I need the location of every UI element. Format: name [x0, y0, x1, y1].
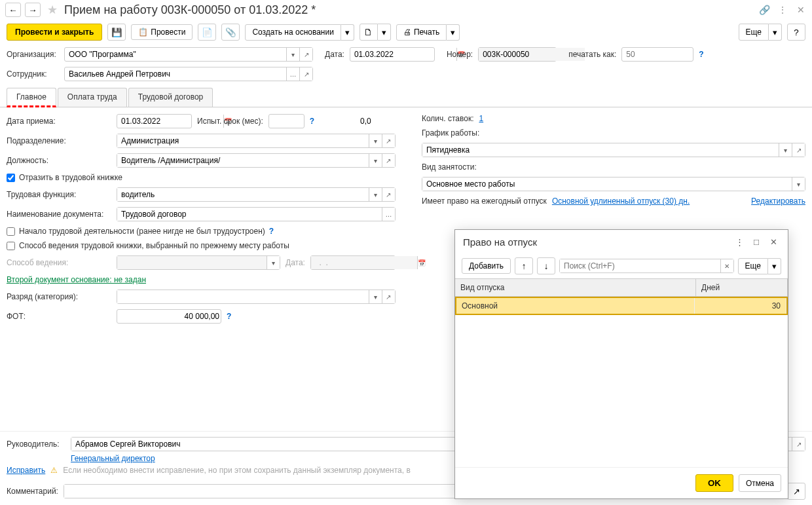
print-as-input[interactable] [622, 48, 728, 61]
start-activity-checkbox[interactable] [7, 227, 15, 236]
post-and-close-button[interactable]: Провести и закрыть [7, 24, 102, 41]
menu-icon[interactable]: ⋮ [777, 4, 788, 16]
save-button[interactable]: 💾 [107, 24, 126, 41]
close-icon[interactable]: ✕ [795, 4, 807, 16]
tab-payment[interactable]: Оплата труда [58, 88, 127, 107]
department-dropdown-btn[interactable]: ▾ [369, 134, 382, 147]
schedule-input[interactable] [422, 143, 779, 157]
col-type-header[interactable]: Вид отпуска [455, 279, 696, 296]
dialog-maximize-icon[interactable]: □ [750, 235, 763, 248]
grade-dropdown-btn[interactable]: ▾ [369, 290, 382, 303]
position-open-btn[interactable]: ↗ [382, 154, 395, 167]
org-dropdown-btn[interactable]: ▾ [286, 48, 299, 61]
fix-link[interactable]: Исправить [7, 466, 45, 475]
position-dropdown-btn[interactable]: ▾ [369, 154, 382, 167]
document-action-dropdown[interactable]: ▾ [378, 24, 391, 41]
department-input[interactable] [117, 134, 369, 147]
create-based-button[interactable]: Создать на основании [245, 24, 341, 41]
more-dropdown[interactable]: ▾ [769, 24, 782, 41]
print-as-help[interactable]: ? [699, 50, 703, 59]
expand-button[interactable]: ↗ [787, 483, 805, 500]
labor-function-open-btn[interactable]: ↗ [382, 188, 395, 201]
employee-input[interactable] [65, 67, 286, 81]
labor-function-input[interactable] [117, 188, 369, 201]
create-based-dropdown[interactable]: ▾ [341, 24, 354, 41]
print-dropdown[interactable]: ▾ [447, 24, 460, 41]
employee-label: Сотрудник: [7, 69, 59, 79]
date2-label: Дата: [286, 258, 305, 267]
labor-book-checkbox[interactable] [7, 174, 15, 182]
doc-name-input[interactable] [117, 208, 382, 221]
employee-select-btn[interactable]: … [286, 67, 299, 81]
position-input[interactable] [117, 154, 369, 167]
link-icon[interactable]: 🔗 [758, 4, 770, 16]
probation-input[interactable] [269, 115, 375, 128]
schedule-dropdown-btn[interactable]: ▾ [779, 143, 792, 157]
col-days-header[interactable]: Дней [696, 279, 788, 296]
method-input [117, 256, 267, 269]
search-input[interactable] [560, 259, 720, 272]
document-action-button[interactable]: 🗋 [360, 24, 378, 41]
department-open-btn[interactable]: ↗ [382, 134, 395, 147]
labor-function-dropdown-btn[interactable]: ▾ [369, 188, 382, 201]
fix-note: Если необходимо внести исправление, но п… [63, 466, 411, 475]
dialog-more-button[interactable]: Еще [738, 258, 768, 274]
arrow-down-icon: ↓ [544, 261, 549, 271]
tab-contract[interactable]: Трудовой договор [128, 88, 213, 107]
date-input[interactable] [350, 48, 456, 61]
manager-open-btn[interactable]: ↗ [792, 438, 805, 451]
search-clear-btn[interactable]: ✕ [720, 259, 733, 272]
employee-open-btn[interactable]: ↗ [299, 67, 312, 81]
employment-type-input[interactable] [422, 178, 792, 191]
positions-count-label: Колич. ставок: [422, 114, 474, 123]
grade-input[interactable] [117, 290, 369, 303]
second-doc-link[interactable]: Второй документ основание: не задан [7, 275, 146, 284]
employee-row: Сотрудник: … ↗ [0, 64, 812, 84]
add-button[interactable]: Добавить [462, 258, 511, 274]
nav-forward-button[interactable]: → [25, 3, 41, 17]
org-input[interactable] [65, 48, 286, 61]
doc-name-select-btn[interactable]: … [382, 208, 395, 221]
favorite-star-icon[interactable]: ★ [47, 3, 58, 17]
dialog-menu-icon[interactable]: ⋮ [733, 235, 746, 248]
probation-label: Испыт. срок (мес): [197, 117, 263, 126]
more-button[interactable]: Еще [739, 24, 769, 41]
post-icon: 📋 [138, 28, 148, 37]
labor-book-label: Отразить в трудовой книжке [19, 173, 122, 182]
grade-open-btn[interactable]: ↗ [382, 290, 395, 303]
edit-link[interactable]: Редактировать [751, 196, 805, 206]
move-up-button[interactable]: ↑ [515, 257, 533, 274]
book-method-checkbox[interactable] [7, 242, 15, 250]
help-button[interactable]: ? [787, 24, 805, 41]
print-button[interactable]: 🖨Печать [396, 24, 447, 41]
schedule-open-btn[interactable]: ↗ [792, 143, 805, 157]
tab-main[interactable]: Главное [7, 88, 56, 107]
dialog-close-icon[interactable]: ✕ [767, 235, 780, 248]
paperclip-icon: 📎 [225, 28, 236, 37]
move-down-button[interactable]: ↓ [537, 257, 555, 274]
fot-help[interactable]: ? [227, 312, 231, 321]
method-dropdown-btn: ▾ [267, 256, 280, 269]
table-row[interactable]: Основной 30 [455, 297, 788, 315]
attach-button[interactable]: 📎 [221, 24, 240, 41]
probation-help[interactable]: ? [310, 117, 314, 126]
start-activity-help[interactable]: ? [269, 227, 274, 236]
dialog-more-dropdown[interactable]: ▾ [768, 258, 781, 274]
tab-bar: Главное Оплата труда Трудовой договор [0, 88, 812, 107]
document-button[interactable]: 📄 [198, 24, 216, 41]
top-form-row: Организация: ▾ ↗ Дата: 📅 Номер: печатать… [0, 45, 812, 64]
positions-count-link[interactable]: 1 [479, 114, 483, 123]
left-column: Дата приема: 📅 Испыт. срок (мес): ? Подр… [7, 114, 396, 329]
org-open-btn[interactable]: ↗ [299, 48, 312, 61]
fot-input[interactable] [117, 310, 223, 323]
manager-position-link[interactable]: Генеральный директор [71, 454, 155, 463]
window-header: ← → ★ Прием на работу 003К-000050 от 01.… [0, 0, 812, 20]
post-button[interactable]: 📋Провести [131, 24, 193, 40]
book-method-label: Способ ведения трудовой книжки, выбранны… [19, 241, 289, 250]
nav-back-button[interactable]: ← [5, 3, 21, 17]
vacation-link[interactable]: Основной удлиненный отпуск (30) дн. [552, 196, 690, 206]
ok-button[interactable]: OK [695, 474, 733, 492]
warning-icon: ⚠ [50, 466, 58, 475]
cancel-button[interactable]: Отмена [739, 474, 781, 492]
employment-type-dropdown-btn[interactable]: ▾ [792, 178, 805, 191]
